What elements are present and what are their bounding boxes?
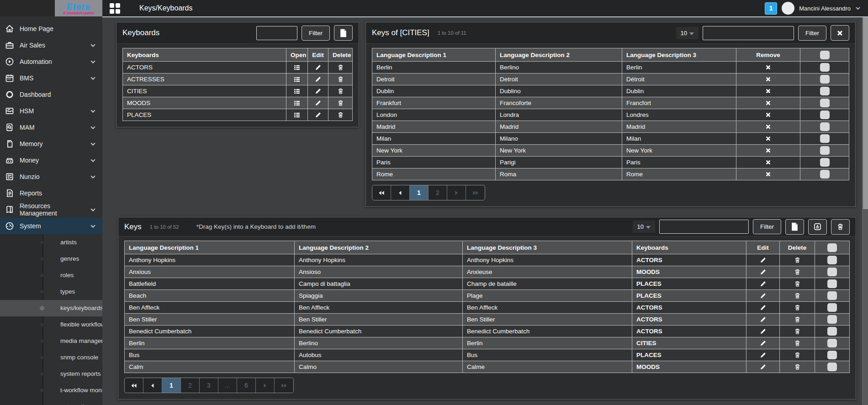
open-button[interactable] (293, 100, 301, 107)
table-row[interactable]: Bus Autobus Bus PLACES (125, 349, 850, 361)
submenu-item-snmp-console[interactable]: snmp console (0, 349, 102, 366)
cities-prev-page-button[interactable] (391, 185, 410, 200)
table-row[interactable]: FrankfurtFrancoforteFrancfort (372, 97, 849, 109)
row-checkbox[interactable] (827, 279, 837, 288)
keyboard-name-cell[interactable]: CITIES (123, 85, 286, 97)
open-button[interactable] (293, 64, 301, 71)
table-row[interactable]: Anxious Ansioso Anxieuse MOODS (125, 266, 850, 278)
keyboard-name-cell[interactable]: PLACES (123, 109, 286, 121)
remove-button[interactable] (765, 135, 772, 142)
keys-page-button-1[interactable]: 1 (162, 378, 181, 393)
keys-page-ellipsis[interactable]: ... (218, 378, 237, 393)
edit-button[interactable] (315, 76, 322, 83)
cities-page-size-select[interactable]: 10 (676, 27, 699, 39)
keys-prev-page-button[interactable] (143, 378, 162, 393)
delete-button[interactable] (794, 363, 801, 370)
open-button[interactable] (293, 111, 301, 119)
remove-button[interactable] (765, 159, 772, 166)
row-checkbox[interactable] (820, 99, 830, 107)
delete-button[interactable] (794, 268, 801, 275)
table-row[interactable]: ParisParigiParis (372, 157, 849, 168)
cities-next-page-button[interactable] (447, 185, 466, 200)
submenu-item-flexible-workflow[interactable]: flexible workflow (0, 316, 102, 333)
table-row[interactable]: New YorkNew YorkNew York (372, 145, 849, 157)
edit-button[interactable] (760, 363, 767, 370)
row-checkbox[interactable] (820, 63, 830, 72)
cities-page-button-2[interactable]: 2 (429, 185, 447, 200)
table-row[interactable]: PLACES (123, 109, 353, 121)
keys-new-button[interactable] (785, 219, 804, 235)
vertical-scrollbar[interactable] (862, 17, 868, 405)
row-checkbox[interactable] (827, 256, 837, 264)
sidebar-item-resources-management[interactable]: Resources Management (0, 201, 102, 218)
keyboards-filter-input[interactable] (256, 26, 297, 40)
sidebar-item-bms[interactable]: BMS (0, 70, 102, 86)
sidebar-item-memory[interactable]: Memory (0, 136, 102, 152)
sidebar-item-money[interactable]: Money (0, 152, 102, 168)
table-row[interactable]: MOODS (123, 97, 353, 109)
select-all-checkbox[interactable] (827, 243, 837, 252)
edit-button[interactable] (760, 268, 767, 275)
table-row[interactable]: Calm Calmo Calme MOODS (125, 361, 850, 373)
row-checkbox[interactable] (820, 75, 830, 84)
submenu-item-t-workflow-monitor[interactable]: t-workflow monitor (0, 382, 102, 399)
remove-button[interactable] (765, 64, 772, 71)
table-row[interactable]: Battlefield Campo di battaglia Champ de … (125, 278, 850, 290)
submenu-item-roles[interactable]: roles (0, 267, 102, 284)
cities-last-page-button[interactable] (466, 185, 485, 200)
delete-button[interactable] (794, 292, 801, 299)
submenu-item-types[interactable]: types (0, 284, 102, 300)
delete-button[interactable] (337, 111, 344, 118)
cities-filter-input[interactable] (703, 26, 794, 40)
table-row[interactable]: MilanMilanoMilan (372, 133, 849, 145)
keys-first-page-button[interactable] (125, 378, 143, 393)
table-row[interactable]: DetroitDetroitDétroit (372, 74, 849, 85)
table-row[interactable]: Anthony Hopkins Anthony Hopkins Anthony … (125, 254, 850, 266)
delete-button[interactable] (337, 100, 344, 106)
submenu-item-artists[interactable]: artists (0, 234, 102, 251)
delete-button[interactable] (794, 340, 801, 347)
sidebar-item-mam[interactable]: MAM (0, 119, 102, 136)
remove-button[interactable] (765, 123, 772, 130)
remove-button[interactable] (765, 88, 772, 95)
edit-button[interactable] (315, 111, 322, 118)
sidebar-item-home-page[interactable]: Home Page (0, 21, 102, 37)
keys-page-size-select[interactable]: 10 (633, 221, 655, 233)
row-checkbox[interactable] (827, 291, 837, 300)
row-checkbox[interactable] (827, 315, 837, 324)
sidebar-item-system[interactable]: System (0, 218, 102, 234)
keyboard-name-cell[interactable]: ACTORS (123, 62, 286, 74)
row-checkbox[interactable] (820, 146, 830, 155)
row-checkbox[interactable] (820, 170, 830, 179)
row-checkbox[interactable] (827, 339, 837, 347)
sidebar-item-automation[interactable]: Automation (0, 53, 102, 70)
row-checkbox[interactable] (827, 351, 837, 359)
submenu-item-automation-remote-panel[interactable]: automation remote panel (0, 399, 102, 405)
delete-button[interactable] (794, 304, 801, 311)
edit-button[interactable] (760, 316, 767, 323)
edit-button[interactable] (760, 340, 767, 347)
remove-button[interactable] (765, 111, 772, 118)
remove-button[interactable] (765, 76, 772, 83)
remove-button[interactable] (765, 171, 772, 178)
table-row[interactable]: BerlinBerlinoBerlin (372, 62, 849, 74)
keys-filter-input[interactable] (659, 220, 749, 234)
sidebar-item-nunzio[interactable]: Nunzio (0, 168, 102, 185)
delete-button[interactable] (794, 316, 801, 323)
open-button[interactable] (293, 88, 301, 95)
keys-page-button-2[interactable]: 2 (181, 378, 200, 393)
submenu-item-genres[interactable]: genres (0, 251, 102, 267)
row-checkbox[interactable] (827, 303, 837, 312)
delete-button[interactable] (337, 64, 344, 71)
cities-first-page-button[interactable] (372, 185, 391, 200)
cities-close-button[interactable] (831, 25, 849, 41)
edit-button[interactable] (315, 64, 322, 71)
delete-button[interactable] (337, 76, 344, 83)
row-checkbox[interactable] (827, 268, 837, 276)
apps-grid-icon[interactable] (110, 3, 120, 14)
row-checkbox[interactable] (820, 134, 830, 143)
edit-button[interactable] (760, 304, 767, 311)
row-checkbox[interactable] (820, 87, 830, 95)
avatar[interactable] (782, 2, 794, 15)
edit-button[interactable] (760, 328, 767, 335)
